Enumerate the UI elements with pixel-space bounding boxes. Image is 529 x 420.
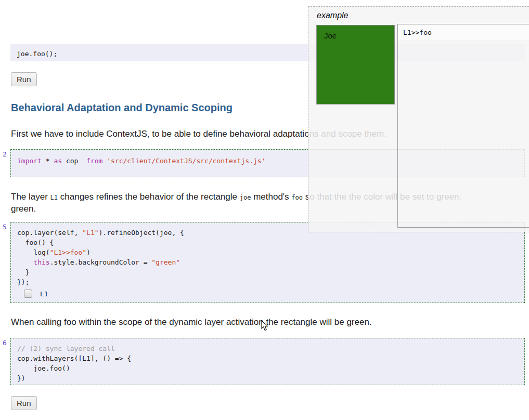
example-panel-title: example — [317, 11, 348, 20]
line-number: 5 — [3, 223, 7, 231]
code-lines: // (2) sync layered callcop.withLayers([… — [17, 344, 518, 383]
code-cell-refine-object[interactable]: 5 cop.layer(self, "L1").refineObject(joe… — [10, 222, 525, 303]
code-lines: cop.layer(self, "L1").refineObject(joe, … — [17, 228, 518, 287]
line-number: 2 — [3, 150, 7, 158]
notebook-page: joe.foo(); Run Behavioral Adaptation and… — [0, 0, 529, 420]
paragraph-with-layers: When calling foo within the scope of the… — [11, 317, 372, 327]
log-line: L1>>foo — [398, 24, 529, 41]
code-cell-with-layers[interactable]: 6 // (2) sync layered callcop.withLayers… — [10, 338, 525, 385]
layer-l1-checkbox-label: L1 — [40, 290, 48, 298]
layer-toggle-row: L1 — [17, 289, 518, 298]
run-button-bottom[interactable]: Run — [11, 396, 37, 410]
log-output-pane: L1>>foo — [397, 24, 529, 228]
mouse-cursor-icon — [261, 320, 268, 331]
line-number: 6 — [3, 339, 7, 347]
example-overlay-panel: example Joe L1>>foo — [308, 6, 529, 232]
joe-rectangle[interactable]: Joe — [316, 25, 395, 104]
layer-l1-checkbox[interactable] — [24, 290, 32, 298]
run-button-top[interactable]: Run — [11, 72, 37, 86]
joe-rectangle-label: Joe — [324, 31, 394, 40]
page-title: Behavioral Adaptation and Dynamic Scopin… — [11, 102, 233, 114]
